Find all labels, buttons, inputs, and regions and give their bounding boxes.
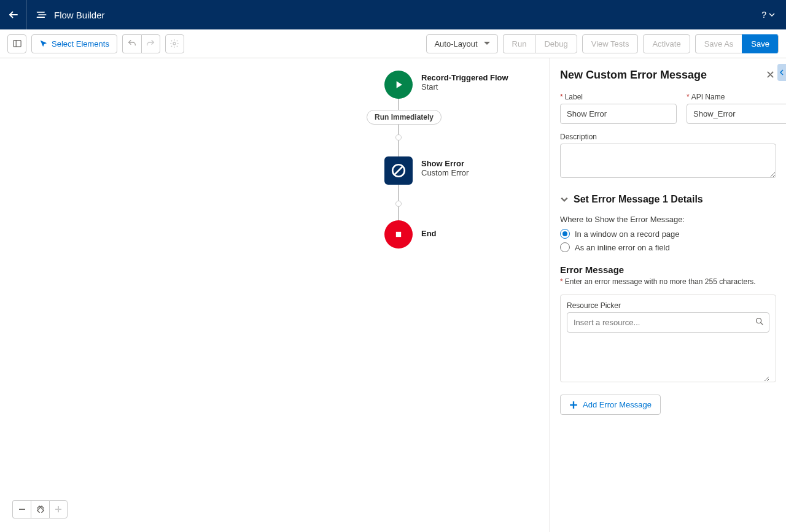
start-node-subtitle: Start — [421, 82, 508, 91]
plus-icon — [569, 401, 578, 409]
error-message-textarea[interactable] — [567, 333, 769, 382]
settings-button[interactable] — [165, 34, 184, 53]
end-node-title: End — [421, 229, 437, 238]
description-label: Description — [560, 133, 776, 141]
app-brand: Flow Builder — [27, 9, 105, 21]
svg-rect-6 — [396, 232, 401, 237]
label-field-label: *Label — [560, 93, 677, 101]
where-label: Where to Show the Error Message: — [560, 215, 776, 224]
resource-picker-label: Resource Picker — [567, 301, 769, 310]
connector-line — [398, 99, 399, 110]
end-node[interactable]: End — [384, 220, 437, 249]
svg-point-10 — [757, 318, 761, 323]
gear-icon — [169, 39, 179, 48]
caret-down-icon — [769, 12, 775, 18]
zoom-controls — [12, 500, 68, 519]
save-as-button[interactable]: Save As — [695, 34, 742, 53]
stop-icon — [384, 220, 413, 249]
save-button[interactable]: Save — [742, 34, 779, 53]
error-icon — [384, 156, 413, 185]
custom-error-node[interactable]: Show Error Custom Error — [384, 156, 469, 185]
auto-layout-dropdown[interactable]: Auto-Layout — [426, 34, 497, 53]
start-node[interactable]: Record-Triggered Flow Start — [384, 71, 508, 99]
app-header: Flow Builder ? — [0, 0, 786, 29]
play-icon — [384, 71, 413, 99]
section-title: Set Error Message 1 Details — [574, 194, 703, 205]
add-error-message-button[interactable]: Add Error Message — [560, 395, 661, 415]
connector-line — [398, 141, 399, 156]
error-message-hint: *Enter an error message with no more tha… — [560, 277, 776, 286]
search-icon[interactable] — [755, 317, 765, 326]
cursor-icon — [39, 39, 48, 48]
api-name-field-label: *API Name — [687, 93, 786, 101]
svg-line-11 — [761, 323, 763, 325]
run-button[interactable]: Run — [503, 34, 535, 53]
help-icon: ? — [761, 10, 766, 20]
zoom-out-button[interactable] — [12, 500, 31, 519]
zoom-in-button[interactable] — [49, 500, 68, 519]
svg-point-3 — [173, 42, 176, 45]
run-immediately-pill[interactable]: Run Immediately — [367, 110, 442, 125]
flow-builder-icon — [36, 9, 48, 21]
caret-down-icon — [484, 40, 490, 47]
error-message-heading: Error Message — [560, 264, 776, 275]
expand-panel-handle[interactable] — [777, 64, 786, 81]
help-menu[interactable]: ? — [761, 10, 786, 20]
connector-dot[interactable] — [395, 201, 402, 207]
radio-inline[interactable]: As an inline error on a field — [560, 242, 776, 252]
panel-title: New Custom Error Message — [560, 69, 707, 82]
view-tests-button[interactable]: View Tests — [582, 34, 639, 53]
connector-line — [398, 125, 399, 134]
activate-button[interactable]: Activate — [643, 34, 690, 53]
close-panel-button[interactable]: ✕ — [765, 68, 776, 82]
zoom-fit-button[interactable] — [31, 500, 49, 519]
svg-line-5 — [395, 167, 403, 175]
radio-icon — [560, 242, 570, 252]
app-title: Flow Builder — [54, 10, 105, 20]
start-node-title: Record-Triggered Flow — [421, 73, 508, 82]
select-elements-label: Select Elements — [52, 39, 109, 48]
svg-rect-1 — [13, 40, 20, 47]
radio-icon — [560, 229, 570, 239]
radio-window[interactable]: In a window on a record page — [560, 229, 776, 239]
description-input[interactable] — [560, 144, 776, 178]
debug-button[interactable]: Debug — [535, 34, 577, 53]
undo-button[interactable] — [122, 34, 141, 53]
api-name-input[interactable] — [687, 104, 786, 124]
section-toggle[interactable]: Set Error Message 1 Details — [560, 194, 776, 205]
redo-button[interactable] — [141, 34, 160, 53]
back-button[interactable] — [0, 0, 27, 29]
error-node-title: Show Error — [421, 159, 469, 168]
toolbar: Select Elements Auto-Layout Run Debug Vi… — [0, 29, 786, 58]
property-panel: New Custom Error Message ✕ *Label *API N… — [550, 58, 786, 532]
toggle-panel-button[interactable] — [7, 34, 26, 53]
connector-line — [398, 185, 399, 201]
select-elements-button[interactable]: Select Elements — [31, 34, 117, 53]
label-input[interactable] — [560, 104, 677, 124]
resource-picker-input[interactable] — [567, 312, 769, 333]
chevron-down-icon — [560, 195, 569, 204]
connector-line — [398, 207, 399, 220]
error-node-subtitle: Custom Error — [421, 168, 469, 177]
connector-dot[interactable] — [395, 134, 402, 141]
auto-layout-label: Auto-Layout — [434, 39, 477, 48]
resource-picker: Resource Picker — [560, 295, 776, 382]
